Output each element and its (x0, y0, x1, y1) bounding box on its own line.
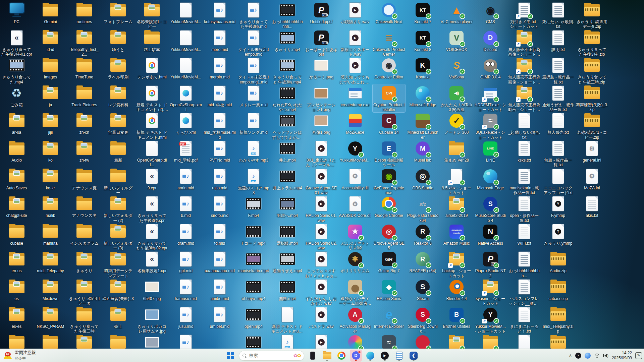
weather-widget[interactable]: 9+ 雷雨注意報 発令中 (0, 349, 72, 362)
desktop-icon[interactable]: 選択肢 - 親作品一覧.txt (542, 56, 574, 84)
desktop-icon[interactable]: 通知うぜえ.mp4 (271, 250, 304, 273)
desktop-icon[interactable]: zh-tw (68, 139, 101, 163)
taskbar-app-edge[interactable] (364, 350, 376, 362)
desktop-icon[interactable]: ◉✓Controller Editor (373, 56, 405, 79)
desktop-icon[interactable]: midi_Telepathy (34, 250, 67, 273)
desktop-icon[interactable]: ▶こってゅｈｄすおｆｄｓｂふぉ.wav (305, 250, 337, 278)
desktop-icon[interactable]: ♪b.mid (170, 195, 202, 218)
tray-copilot-icon[interactable] (585, 353, 591, 359)
desktop-icon[interactable]: ◎✓Groove Agent SE 5 (373, 223, 405, 251)
desktop-icon[interactable]: ohhayo-.mp4 (237, 278, 270, 301)
desktop-icon[interactable]: 調声練習(失敗)_3 (102, 278, 135, 301)
desktop-icon[interactable]: MoZA.exe (339, 112, 371, 135)
desktop-icon[interactable]: ✓↗backup - ショートカット (440, 250, 473, 278)
desktop-icon[interactable]: S✓VoiSona (440, 56, 473, 79)
desktop-icon[interactable]: おっhhhhhhhhhhh... (508, 250, 541, 278)
desktop-icon[interactable]: ♪mid_学校muse.mid (203, 112, 236, 140)
desktop-icon[interactable]: 新規 テキスト ドキュメント.musicxml (271, 306, 304, 334)
desktop-icon[interactable]: ♪aorin.mid (170, 167, 202, 190)
desktop-icon[interactable]: おっhhhhhhhhhhhhh... (271, 1, 304, 29)
desktop-icon[interactable]: ▲✓VLC media player (440, 1, 473, 24)
desktop-icon[interactable]: KT✓Kontakt 7 (407, 1, 439, 24)
desktop-icon[interactable]: OpenCvSharp.dll... (136, 139, 168, 168)
desktop-icon[interactable]: ▶新規エクスポート.wav (339, 29, 371, 57)
desktop-icon[interactable]: ✓Minecraft Launcher (407, 112, 439, 140)
tray-chevron-up-icon[interactable]: ∧ (569, 353, 572, 358)
desktop-icon[interactable]: ▶答え知っててもむずいわこれ.wav (339, 56, 371, 84)
desktop-icon[interactable]: 新規 テキスト ドキュメント.html (136, 112, 168, 140)
desktop-icon[interactable]: en-us (0, 250, 33, 273)
desktop-icon[interactable]: ▶Groove Agent SE 01.wav (305, 167, 337, 195)
desktop-icon[interactable]: だれだFXいれたやつ.mp4 (271, 84, 304, 112)
desktop-icon[interactable]: ✓↗HDDFMT.exe - ショートカット (474, 84, 507, 112)
desktop-icon[interactable]: 羽尻へ.mp4 (271, 195, 304, 218)
desktop-icon[interactable]: chatgpt-site (0, 195, 33, 218)
desktop-icon[interactable]: Y✓YukkuriMovieM... (339, 139, 371, 163)
desktop-icon[interactable]: 名称未設定1 - コピー.zip (576, 112, 608, 140)
desktop-icon[interactable]: _起動しない場合.txt (508, 112, 541, 140)
desktop[interactable]: PCGeminiruntimesフォトフレーム名称未設定1 - コピーYukku… (0, 0, 644, 362)
desktop-icon[interactable]: Track Pictures (68, 84, 101, 107)
desktop-icon[interactable]: 65407.jpg (136, 278, 168, 301)
desktop-icon[interactable]: 新しいフォルダー (2) (102, 195, 135, 223)
desktop-icon[interactable]: zh-cn (68, 112, 101, 135)
taskbar-app-media-player[interactable]: ▶ (379, 350, 391, 362)
desktop-icon[interactable]: 新しいフォルダー (102, 167, 135, 195)
desktop-icon[interactable]: PNT2Untitled.ppsf (305, 1, 337, 24)
desktop-icon[interactable]: ♪タイトル未設定.tempo.orig1.mid (237, 56, 270, 84)
desktop-icon[interactable]: きゅうり_調声用データ (68, 278, 101, 306)
desktop-icon[interactable]: 井上.mp4 (271, 139, 304, 163)
desktop-icon[interactable]: cubase.zip (542, 278, 574, 301)
desktop-icon[interactable]: ✓Cakewalk Next (373, 1, 405, 24)
volume-icon[interactable]: ) (603, 354, 608, 358)
desktop-icon[interactable]: インスタグラム (68, 223, 101, 246)
desktop-icon[interactable]: ♪td.mid (203, 223, 236, 246)
desktop-icon[interactable]: ニコニコバックアップコードtxt (542, 167, 574, 195)
taskbar-app-chrome[interactable] (335, 350, 347, 362)
desktop-icon[interactable]: es (0, 278, 33, 301)
desktop-icon[interactable]: KT✓Kontakt 8 (407, 29, 439, 52)
desktop-icon[interactable]: ♪meroin.mid (203, 56, 236, 79)
desktop-icon[interactable]: ko-kr (34, 167, 67, 190)
desktop-icon[interactable]: 調声用データテンプレート (102, 250, 135, 278)
desktop-icon[interactable]: ≈✓↗JQuake.exe - ショートカット (474, 112, 507, 140)
desktop-icon[interactable]: ♪MP3無題のスコア.mp3 (237, 167, 270, 195)
desktop-icon[interactable]: 説明.txt (542, 29, 574, 52)
desktop-icon[interactable]: YukkuriMovieM... (170, 1, 202, 24)
desktop-icon[interactable]: きゅうり_調声用データ.zip (576, 1, 608, 29)
taskbar-clock[interactable]: 14:22 2025/09/09 (612, 351, 632, 361)
desktop-icon[interactable]: ✓↗syasinn - ショートカット (474, 278, 507, 306)
desktop-icon[interactable]: OpenCvSharp.xml (170, 84, 202, 112)
desktop-icon[interactable]: ▶バスドラ.wav (305, 306, 337, 329)
desktop-icon[interactable]: «名称未設定1.cpr (136, 250, 168, 273)
desktop-icon[interactable]: K✓Kontakt (407, 56, 439, 79)
desktop-icon[interactable]: ≡✓Cakewalk Product Center (373, 29, 405, 57)
desktop-icon[interactable]: Audio (0, 139, 33, 163)
desktop-icon[interactable]: アナウンス夏 (68, 167, 101, 190)
desktop-icon[interactable]: 無題.mp4 (271, 278, 304, 301)
wifi-icon[interactable] (594, 353, 600, 358)
desktop-icon[interactable]: amazon music✓Amazon Music (440, 223, 473, 246)
desktop-icon[interactable]: ♪umibet.mid (203, 306, 236, 329)
desktop-icon[interactable]: ♪タイトル未設定.tempo.mid (237, 29, 270, 57)
desktop-icon[interactable]: E✓Epson 接続診断ツール (373, 139, 405, 168)
desktop-icon[interactable]: ✓Google Chrome (373, 195, 405, 218)
desktop-icon[interactable]: ✓孤独なインディーゲーム開発者の一生 ... (339, 278, 371, 306)
desktop-icon[interactable]: 売上 (102, 306, 135, 329)
desktop-icon[interactable]: midi_Telepathy.zip (542, 306, 574, 334)
desktop-icon[interactable]: 無人販売.txt (542, 112, 574, 135)
desktop-icon[interactable]: ✓airset2-2019 (440, 195, 473, 218)
taskbar-app-discord[interactable]: D (350, 350, 362, 362)
desktop-icon[interactable]: ◉✓GeForce Experience (373, 167, 405, 195)
desktop-icon[interactable]: e✓Internet Explorer (373, 306, 405, 329)
desktop-icon[interactable]: TimeTune (68, 56, 101, 79)
desktop-icon[interactable]: D✓Discord (474, 29, 507, 52)
desktop-icon[interactable]: 画像1.png (305, 112, 337, 135)
desktop-icon[interactable]: テンポあて.html (136, 56, 168, 79)
desktop-icon[interactable]: ♪hamusu.mid (170, 278, 202, 301)
desktop-icon[interactable]: akis.txt (576, 195, 608, 218)
desktop-icon[interactable]: N✓Native Access (474, 223, 507, 246)
desktop-icon[interactable]: ♪jusu.mid (170, 306, 202, 329)
desktop-icon[interactable]: 名称未設定1 - コピー (136, 1, 168, 29)
desktop-icon[interactable]: ✓↗9.5.xlsx - ショートカット (440, 167, 473, 195)
